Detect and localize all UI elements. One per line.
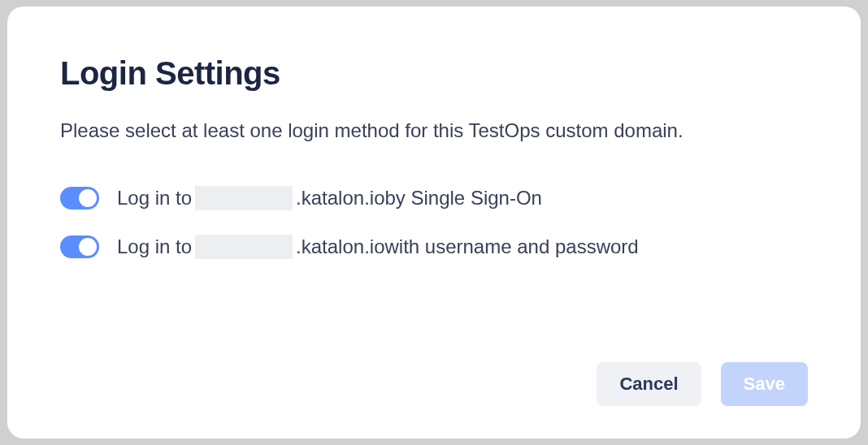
redacted-domain bbox=[195, 235, 293, 259]
save-button[interactable]: Save bbox=[721, 362, 808, 406]
dialog-buttons: Cancel Save bbox=[60, 338, 808, 406]
option-password: Log in to .katalon.io with username and … bbox=[60, 235, 808, 259]
toggle-knob bbox=[79, 238, 97, 256]
label-method: by Single Sign-On bbox=[384, 187, 541, 210]
label-prefix: Log in to bbox=[117, 187, 192, 210]
toggle-password[interactable] bbox=[60, 235, 99, 258]
label-prefix: Log in to bbox=[117, 235, 192, 258]
toggle-knob bbox=[79, 189, 97, 207]
dialog-title: Login Settings bbox=[60, 55, 808, 92]
option-password-label: Log in to .katalon.io with username and … bbox=[117, 235, 639, 259]
login-settings-dialog: Login Settings Please select at least on… bbox=[7, 6, 861, 439]
cancel-button[interactable]: Cancel bbox=[597, 362, 701, 406]
label-domain-suffix: .katalon.io bbox=[296, 235, 384, 258]
dialog-description: Please select at least one login method … bbox=[60, 116, 808, 145]
label-method: with username and password bbox=[384, 235, 638, 258]
toggle-sso[interactable] bbox=[60, 187, 99, 210]
label-domain-suffix: .katalon.io bbox=[296, 187, 384, 210]
redacted-domain bbox=[195, 186, 293, 210]
option-sso-label: Log in to .katalon.io by Single Sign-On bbox=[117, 186, 542, 210]
option-sso: Log in to .katalon.io by Single Sign-On bbox=[60, 186, 808, 210]
